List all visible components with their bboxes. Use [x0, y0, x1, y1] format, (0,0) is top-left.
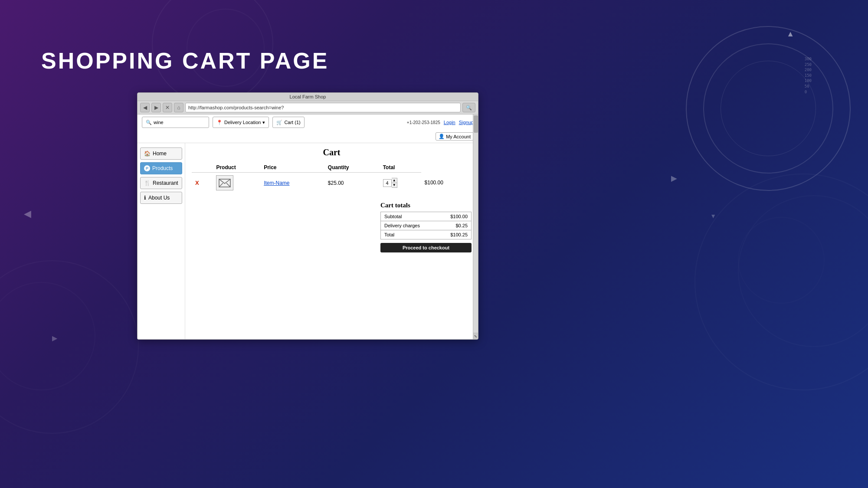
cart-label: Cart (1) [284, 120, 300, 125]
delivery-label: Delivery Location [224, 120, 261, 125]
bg-decoration [694, 174, 868, 390]
page-title: SHOPPING CART PAGE [41, 48, 329, 74]
site-header: 🔍 wine 📍 Delivery Location ▾ 🛒 Cart (1) … [138, 115, 478, 143]
login-link[interactable]: Login [444, 120, 455, 125]
product-image [216, 175, 233, 190]
bg-decoration [738, 195, 868, 347]
bg-decoration [721, 61, 816, 156]
bg-decoration: ▶ [52, 334, 57, 342]
product-image-cell [213, 173, 260, 193]
cart-totals-title: Cart totals [380, 202, 472, 209]
my-account-button[interactable]: 👤 My Account [436, 132, 474, 141]
bg-decoration: ▼ [710, 213, 716, 219]
bg-decoration [686, 26, 851, 191]
bg-decoration: ◀ [24, 208, 31, 219]
browser-window: Local Farm Shop ◀ ▶ ✕ ⌂ http://farmashop… [137, 92, 478, 340]
search-value: wine [154, 120, 164, 125]
sidebar-item-restaurant[interactable]: 🍴 Restaurant [140, 177, 182, 189]
back-button[interactable]: ◀ [140, 103, 150, 112]
item-total: $100.00 [425, 180, 443, 186]
total-row: Total $100.25 [381, 230, 472, 239]
sidebar-item-products[interactable]: P Products [140, 162, 182, 174]
account-icon: 👤 [439, 134, 445, 139]
bg-decoration: ▶ [671, 174, 677, 183]
sidebar-item-home[interactable]: 🏠 Home [140, 147, 182, 160]
site-search-bar[interactable]: 🔍 wine [142, 117, 209, 128]
home-icon: 🏠 [144, 151, 151, 157]
stop-button[interactable]: ✕ [163, 103, 172, 112]
scrollbar[interactable] [473, 115, 478, 333]
subtotal-label: Subtotal [381, 212, 439, 221]
quantity-column-header: Quantity [324, 163, 380, 173]
cart-button[interactable]: 🛒 Cart (1) [272, 117, 304, 128]
total-cell: $100.00 [421, 173, 472, 193]
bg-decoration: 300250200150100500 [805, 56, 812, 95]
cart-title: Cart [192, 147, 472, 157]
bg-decoration: ▲ [786, 29, 794, 39]
browser-titlebar: Local Farm Shop [138, 93, 478, 101]
product-name-cell: Item-Name [260, 173, 324, 193]
about-label: About Us [148, 195, 170, 201]
sidebar-nav: 🏠 Home P Products 🍴 Restaurant ℹ About U… [138, 143, 185, 339]
quantity-value[interactable]: 4 [383, 179, 392, 187]
quantity-down-button[interactable]: ▼ [392, 183, 397, 187]
bg-decoration [703, 43, 833, 174]
totals-table: Subtotal $100.00 Delivery charges $0.25 … [380, 212, 472, 239]
cart-table: Product Price Quantity Total X [192, 163, 472, 193]
bg-decoration [738, 217, 825, 304]
location-icon: 📍 [216, 120, 223, 125]
remove-item-button[interactable]: X [195, 180, 199, 186]
products-icon: P [144, 165, 150, 171]
browser-title: Local Farm Shop [290, 94, 326, 99]
cart-totals: Cart totals Subtotal $100.00 Delivery ch… [380, 202, 472, 252]
browser-content: ⤡ 🔍 wine 📍 Delivery Location ▾ 🛒 Cart (1… [138, 115, 478, 339]
chevron-down-icon: ▾ [262, 120, 265, 125]
url-text: http://farmashop.com/products-search=win… [188, 105, 284, 110]
address-bar[interactable]: http://farmashop.com/products-search=win… [185, 103, 461, 112]
main-content: Cart Product Price Quantity Total [185, 143, 478, 339]
quantity-arrows[interactable]: ▲ ▼ [392, 178, 397, 188]
delivery-row: Delivery charges $0.25 [381, 221, 472, 230]
restaurant-icon: 🍴 [144, 180, 151, 186]
quantity-cell: 4 ▲ ▼ [380, 173, 421, 193]
price-cell: $25.00 [324, 173, 380, 193]
delivery-value: $0.25 [438, 221, 471, 230]
bg-decoration [0, 282, 95, 390]
search-icon: 🔍 [146, 120, 152, 125]
table-row: X [192, 173, 472, 193]
home-label: Home [153, 151, 167, 157]
home-browser-button[interactable]: ⌂ [174, 103, 183, 112]
item-name-link[interactable]: Item-Name [264, 180, 289, 186]
total-column-header: Total [380, 163, 421, 173]
my-account-label: My Account [446, 134, 471, 139]
total-value: $100.25 [438, 230, 471, 239]
svg-line-2 [226, 183, 230, 187]
remove-cell: X [192, 173, 213, 193]
browser-search-button[interactable]: 🔍 [462, 103, 475, 112]
bg-decoration [0, 260, 139, 434]
scrollbar-corner: ⤡ [473, 333, 478, 339]
phone-number: +1-202-253-1825 [407, 120, 440, 125]
total-label: Total [381, 230, 439, 239]
sidebar-item-about[interactable]: ℹ About Us [140, 192, 182, 204]
subtotal-value: $100.00 [438, 212, 471, 221]
item-price: $25.00 [328, 180, 344, 186]
site-body: 🏠 Home P Products 🍴 Restaurant ℹ About U… [138, 143, 478, 339]
cart-icon: 🛒 [276, 120, 282, 125]
product-column-header: Product [192, 163, 260, 173]
signup-link[interactable]: Signup [459, 120, 474, 125]
checkout-button[interactable]: Proceed to checkout [380, 243, 472, 252]
forward-button[interactable]: ▶ [151, 103, 161, 112]
quantity-up-button[interactable]: ▲ [392, 178, 397, 183]
scrollbar-thumb[interactable] [474, 115, 478, 133]
quantity-spinner[interactable]: 4 ▲ ▼ [383, 178, 418, 188]
header-right: +1-202-253-1825 Login Signup [407, 120, 474, 125]
restaurant-label: Restaurant [153, 180, 178, 186]
subtotal-row: Subtotal $100.00 [381, 212, 472, 221]
delivery-label: Delivery charges [381, 221, 439, 230]
product-thumbnail [219, 178, 231, 188]
svg-line-1 [219, 183, 223, 187]
browser-toolbar: ◀ ▶ ✕ ⌂ http://farmashop.com/products-se… [138, 101, 478, 115]
price-column-header: Price [260, 163, 324, 173]
delivery-location-button[interactable]: 📍 Delivery Location ▾ [213, 117, 269, 128]
